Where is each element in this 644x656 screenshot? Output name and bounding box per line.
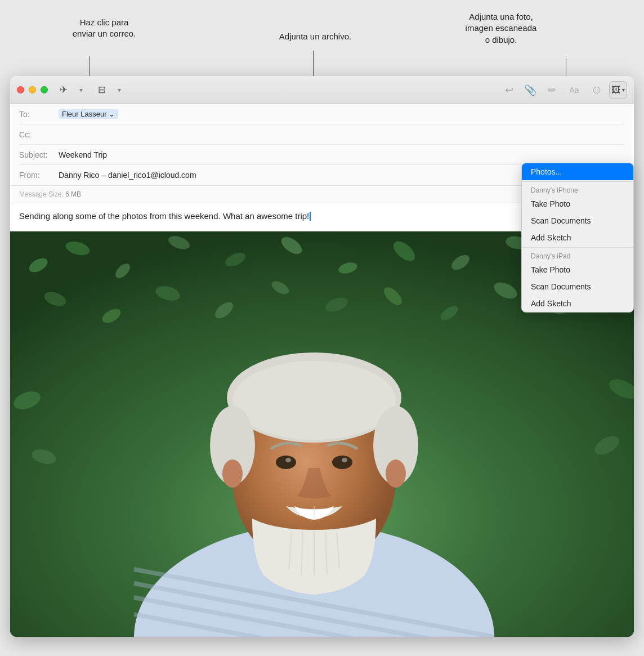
toolbar-left: ✈ ▾ ⊟ ▾ xyxy=(55,81,126,99)
cc-input[interactable] xyxy=(59,130,625,139)
photo-dropdown-chevron: ▾ xyxy=(622,87,625,93)
take-photo-ipad-label: Take Photo xyxy=(531,265,570,274)
traffic-lights xyxy=(17,86,48,93)
markup-button[interactable]: ✏ xyxy=(543,81,561,99)
subject-label: Subject: xyxy=(19,150,59,159)
send-callout: Haz clic paraenviar un correo. xyxy=(53,17,155,40)
photo-dropdown-menu: Photos... Danny's iPhone Take Photo Scan… xyxy=(521,163,634,313)
svg-point-34 xyxy=(276,456,296,469)
text-cursor xyxy=(310,212,311,221)
add-sketch-ipad-label: Add Sketch xyxy=(531,299,571,308)
subject-field-row: Subject: Weekend Trip xyxy=(19,145,625,165)
photo-media-button[interactable]: 🖼 ▾ xyxy=(609,81,627,99)
menu-item-scan-docs-iphone[interactable]: Scan Documents xyxy=(522,212,633,229)
menu-section-ipad: Danny's iPad xyxy=(522,249,633,261)
reply-icon: ↩ xyxy=(505,84,513,96)
menu-divider-1 xyxy=(522,181,633,182)
chevron-down-icon-2: ▾ xyxy=(118,86,121,94)
photos-label: Photos... xyxy=(531,167,562,176)
menu-item-photos[interactable]: Photos... xyxy=(522,163,633,180)
scan-docs-iphone-label: Scan Documents xyxy=(531,216,591,225)
message-size-text: Message Size: xyxy=(19,190,64,198)
attach-button[interactable]: 📎 xyxy=(521,81,539,99)
svg-point-45 xyxy=(386,459,406,488)
menu-item-scan-docs-ipad[interactable]: Scan Documents xyxy=(522,278,633,295)
emoji-button[interactable]: ☺ xyxy=(588,81,606,99)
paperclip-icon: 📎 xyxy=(524,84,536,96)
svg-point-35 xyxy=(332,456,352,469)
to-field-row: To: Fleur Lasseur ⌄ xyxy=(19,104,625,124)
message-size-label: Message Size: 6 MB xyxy=(19,190,81,198)
add-sketch-iphone-label: Add Sketch xyxy=(531,233,571,242)
menu-item-add-sketch-iphone[interactable]: Add Sketch xyxy=(522,229,633,246)
emoji-icon: ☺ xyxy=(591,83,602,96)
cc-label: Cc: xyxy=(19,130,59,139)
to-recipient[interactable]: Fleur Lasseur ⌄ xyxy=(59,109,118,119)
send-button[interactable]: ✈ xyxy=(55,81,73,99)
menu-divider-2 xyxy=(522,247,633,248)
to-label: To: xyxy=(19,110,59,119)
maximize-button[interactable] xyxy=(41,86,48,93)
from-value: Danny Rico – daniel_rico1@icloud.com xyxy=(59,171,196,180)
title-bar: ✈ ▾ ⊟ ▾ ↩ 📎 ✏ Aa xyxy=(10,76,634,104)
iphone-section-label: Danny's iPhone xyxy=(531,186,578,194)
font-icon: Aa xyxy=(569,86,579,95)
attach-callout: Adjunta un archivo. xyxy=(270,31,360,42)
menu-section-iphone: Danny's iPhone xyxy=(522,183,633,195)
menu-item-add-sketch-ipad[interactable]: Add Sketch xyxy=(522,295,633,312)
send-icon: ✈ xyxy=(60,84,68,96)
subject-value: Weekend Trip xyxy=(59,150,107,159)
ipad-section-label: Danny's iPad xyxy=(531,252,570,260)
scan-docs-ipad-label: Scan Documents xyxy=(531,282,591,291)
message-size-value: 6 MB xyxy=(65,190,81,198)
photo-callout: Adjunta una foto,imagen escaneadao dibuj… xyxy=(445,11,557,46)
send-dropdown-button[interactable]: ▾ xyxy=(75,81,87,99)
menu-item-take-photo-iphone[interactable]: Take Photo xyxy=(522,195,633,212)
mail-window: ✈ ▾ ⊟ ▾ ↩ 📎 ✏ Aa xyxy=(10,76,634,637)
format-icon: ⊟ xyxy=(98,84,106,96)
format-button[interactable]: ⊟ xyxy=(93,81,111,99)
svg-point-37 xyxy=(342,458,347,462)
message-text: Sending along some of the photos from th… xyxy=(19,211,309,221)
chevron-down-icon: ▾ xyxy=(79,86,83,94)
toolbar-right: ↩ 📎 ✏ Aa ☺ 🖼 ▾ xyxy=(500,81,627,99)
cc-field-row: Cc: xyxy=(19,124,625,145)
svg-point-31 xyxy=(232,361,396,440)
from-label: From: xyxy=(19,171,59,180)
svg-point-36 xyxy=(285,458,291,462)
photo-media-icon: 🖼 xyxy=(611,85,620,95)
font-button[interactable]: Aa xyxy=(564,81,584,99)
menu-item-take-photo-ipad[interactable]: Take Photo xyxy=(522,261,633,278)
svg-point-44 xyxy=(222,459,243,488)
format-dropdown-button[interactable]: ▾ xyxy=(113,81,126,99)
take-photo-iphone-label: Take Photo xyxy=(531,199,570,208)
reply-button[interactable]: ↩ xyxy=(500,81,518,99)
close-button[interactable] xyxy=(17,86,24,93)
markup-icon: ✏ xyxy=(548,84,556,96)
minimize-button[interactable] xyxy=(29,86,36,93)
